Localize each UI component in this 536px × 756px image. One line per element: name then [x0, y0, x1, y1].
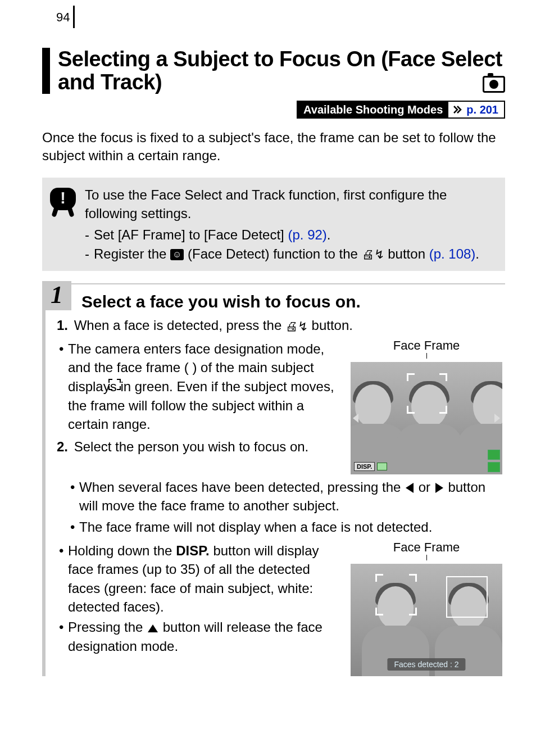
- substep-2-text: Select the person you wish to focus on.: [74, 439, 309, 454]
- face-frame-overlay-secondary: [446, 576, 488, 618]
- substep-2-details-2: Holding down the DISP. button will displ…: [57, 540, 337, 676]
- substep-1-bullet: The camera enters face designation mode,…: [57, 339, 337, 434]
- substep-1-prefix: When a face is detected, press the: [74, 318, 285, 333]
- face-frame-brackets-icon: [108, 379, 121, 390]
- warning-text: To use the Face Select and Track functio…: [85, 185, 496, 263]
- warning-item-1-prefix: Set [AF Frame] to [Face Detect]: [94, 227, 288, 242]
- warning-item-1-link[interactable]: (p. 92): [288, 227, 326, 242]
- right-arrow-icon: [435, 483, 443, 493]
- section-heading-row: Selecting a Subject to Focus On (Face Se…: [42, 48, 505, 94]
- bullet-multi-face-a: When several faces have been detected, p…: [79, 479, 405, 495]
- available-modes-page-link[interactable]: p. 201: [465, 102, 504, 117]
- page-top-rule: [73, 6, 75, 28]
- demo-image-2: Faces detected : 2: [351, 564, 502, 676]
- disp-overlay-label: DISP.: [354, 462, 375, 471]
- up-arrow-icon: [148, 624, 158, 632]
- face-frame-overlay: [407, 373, 447, 414]
- face-frame-overlay-main: [375, 574, 417, 615]
- warning-box: ! To use the Face Select and Track funct…: [42, 178, 505, 271]
- bullet-disp-prefix: Holding down the: [68, 543, 176, 558]
- demo-caption-1: Face Frame: [393, 338, 460, 353]
- bullet-multi-face: When several faces have been detected, p…: [57, 478, 505, 515]
- bullet-disp-hold: Holding down the DISP. button will displ…: [57, 541, 337, 617]
- bullet-no-face: The face frame will not display when a f…: [57, 518, 505, 537]
- demo-image-1: DISP.: [351, 362, 502, 474]
- demo-image-2-group: Face Frame Faces detected : 2: [348, 540, 505, 676]
- section-heading: Selecting a Subject to Focus On (Face Se…: [58, 48, 505, 94]
- overlay-status-icon: [488, 450, 500, 460]
- bullet-multi-face-b: or: [415, 479, 434, 495]
- warning-item-2-mid: (Face Detect) function to the: [184, 246, 361, 261]
- available-modes-label: Available Shooting Modes: [298, 102, 448, 117]
- bullet-release-prefix: Pressing the: [68, 619, 147, 635]
- demo-image-1-group: Face Frame: [348, 338, 505, 474]
- faces-detected-status: Faces detected : 2: [387, 658, 465, 671]
- available-modes-row: Available Shooting Modes p. 201: [42, 101, 505, 119]
- face-detect-icon: ☺: [170, 249, 184, 260]
- nav-right-arrow-icon: [494, 414, 500, 423]
- chevron-right-icon: [448, 102, 465, 117]
- heading-accent-bar: [42, 48, 50, 94]
- warning-item-2: Register the ☺ (Face Detect) function to…: [85, 245, 496, 264]
- print-share-icon: 🖨︎↯: [285, 320, 308, 333]
- substep-2: 2. Select the person you wish to focus o…: [57, 437, 337, 456]
- warning-item-2-suffix: button: [384, 246, 429, 261]
- nav-left-arrow-icon: [353, 414, 358, 423]
- face-detect-overlay-icon: [377, 463, 387, 470]
- warning-item-2-prefix: Register the: [94, 246, 170, 261]
- step-title: Select a face you wish to focus on.: [81, 292, 505, 311]
- substep-1: 1. When a face is detected, press the 🖨︎…: [57, 316, 505, 335]
- substep-1-details: The camera enters face designation mode,…: [57, 338, 337, 474]
- warning-item-1-suffix: .: [327, 227, 331, 242]
- warning-icon: !: [49, 185, 77, 263]
- step-1: 1 Select a face you wish to focus on. 1.…: [42, 283, 505, 676]
- section-heading-text: Selecting a Subject to Focus On (Face Se…: [58, 47, 502, 94]
- page-number: 94: [56, 10, 70, 25]
- warning-lead: To use the Face Select and Track functio…: [85, 187, 447, 221]
- substep-2-bullets-a: When several faces have been detected, p…: [57, 478, 505, 537]
- substep-1-suffix: button.: [308, 318, 353, 333]
- bullet-release: Pressing the button will release the fac…: [57, 618, 337, 655]
- warning-item-2-suffix2: .: [475, 246, 479, 261]
- warning-item-1: Set [AF Frame] to [Face Detect] (p. 92).: [85, 225, 496, 245]
- camera-icon: [483, 76, 505, 93]
- intro-paragraph: Once the focus is fixed to a subject's f…: [42, 129, 505, 165]
- left-arrow-icon: [406, 483, 414, 493]
- overlay-status-icon: [488, 462, 500, 472]
- print-share-icon: 🖨︎↯: [362, 248, 384, 261]
- available-modes-box: Available Shooting Modes p. 201: [297, 101, 505, 119]
- demo-caption-2: Face Frame: [393, 540, 460, 555]
- warning-item-2-link[interactable]: (p. 108): [429, 246, 476, 261]
- step-number: 1: [42, 281, 71, 310]
- disp-button-name: DISP.: [176, 543, 210, 558]
